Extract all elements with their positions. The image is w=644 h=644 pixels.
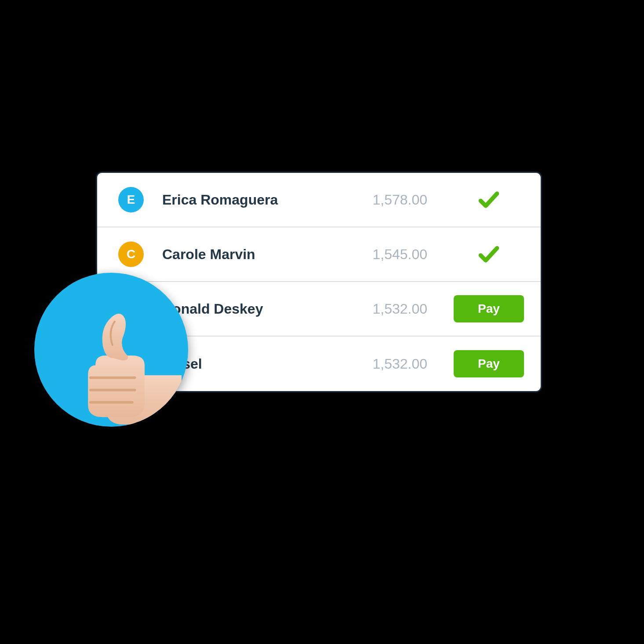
pay-button[interactable]: Pay [454, 295, 524, 322]
status-paid [454, 242, 524, 267]
thumbs-up-icon [58, 301, 182, 424]
amount-value: 1,532.00 [331, 301, 427, 317]
status-paid [454, 187, 524, 212]
list-item: C Carole Marvin 1,545.00 [97, 227, 541, 282]
avatar: E [118, 187, 144, 212]
thumbs-up-badge [34, 273, 188, 427]
amount-value: 1,578.00 [331, 192, 427, 208]
amount-value: 1,532.00 [331, 356, 427, 372]
amount-value: 1,545.00 [331, 246, 427, 263]
person-name: Donald Deskey [162, 301, 331, 317]
pay-button[interactable]: Pay [454, 350, 524, 377]
list-item: E Erica Romaguera 1,578.00 [97, 173, 541, 227]
person-name: Erica Romaguera [162, 192, 331, 208]
avatar: C [118, 242, 144, 267]
check-icon [477, 242, 501, 267]
check-icon [477, 187, 501, 212]
person-name: Carole Marvin [162, 246, 331, 263]
